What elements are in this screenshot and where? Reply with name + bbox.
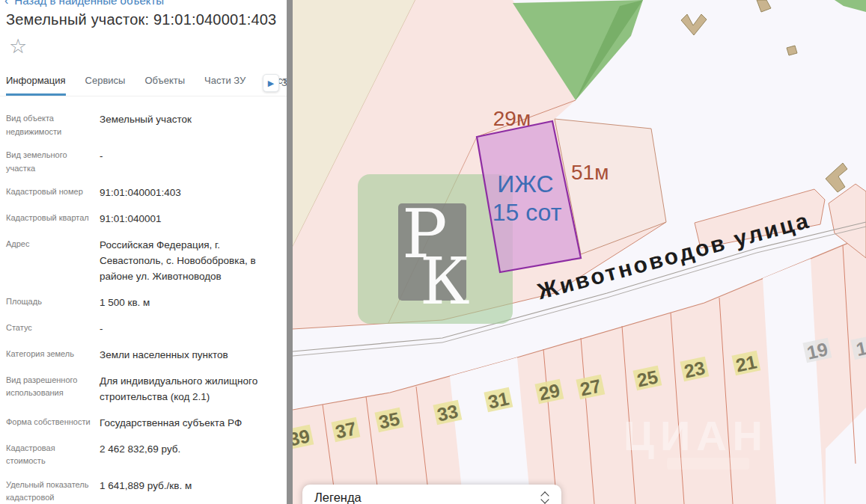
arrow-right-icon: ▶: [268, 79, 274, 88]
map-canvas[interactable]: Р К 29м 51м ИЖС 15 сот Животноводов улиц…: [293, 0, 866, 504]
plot-area-label: 15 сот: [493, 199, 562, 226]
field-label: Вид земельного участка: [6, 149, 100, 175]
field-value: 91:01:040001:403: [100, 185, 277, 201]
attributes-list: Вид объекта недвижимостиЗемельный участо…: [6, 112, 277, 504]
field-value: -: [100, 322, 277, 337]
field-value: Государственная субъекта РФ: [100, 416, 277, 431]
pkk-letter-k: К: [420, 244, 470, 319]
field-value: 91:01:040001: [100, 212, 277, 227]
tab-parts[interactable]: Части ЗУ: [204, 75, 246, 96]
field-value: Земельный участок: [100, 112, 277, 138]
svg-text:37: 37: [333, 417, 358, 442]
vacant-plot: [450, 357, 531, 504]
back-chevron-icon: ‹: [4, 0, 8, 7]
tab-bar: Информация Сервисы Объекты Части ЗУ Сост: [0, 69, 287, 96]
back-link-label: Назад в найденные объекты: [14, 0, 164, 7]
svg-text:35: 35: [376, 408, 401, 432]
field-row: Кадастровая стоимость2 462 832,69 руб.: [6, 442, 277, 468]
field-row: АдресРоссийская Федерация, г. Севастопол…: [6, 238, 277, 285]
info-panel: ‹Назад в найденные объекты Земельный уча…: [0, 0, 287, 504]
plot-length-label: 51м: [571, 161, 609, 184]
legend-bar[interactable]: Легенда: [302, 485, 561, 504]
cadastral-map-svg: Р К 29м 51м ИЖС 15 сот Животноводов улиц…: [293, 0, 866, 504]
svg-text:19: 19: [805, 338, 829, 363]
field-row: Площадь1 500 кв. м: [6, 295, 277, 311]
field-value: Российская Федерация, г. Севастополь, с.…: [100, 238, 277, 285]
favorite-star-icon[interactable]: ☆: [4, 36, 31, 58]
field-row: Кадастровый номер91:01:040001:403: [6, 185, 277, 201]
panel-scrollbar[interactable]: [287, 0, 293, 504]
back-link[interactable]: ‹Назад в найденные объекты: [4, 0, 164, 7]
field-value: 2 462 832,69 руб.: [100, 442, 277, 468]
tab-objects[interactable]: Объекты: [144, 75, 185, 96]
field-value: 1 641,889 руб./кв. м: [100, 479, 277, 504]
field-value: Для индивидуального жилищного строительс…: [100, 374, 277, 405]
field-label: Адрес: [6, 238, 100, 285]
legend-title: Легенда: [314, 491, 540, 504]
field-row: Кадастровый квартал91:01:040001: [6, 212, 277, 227]
field-row: Вид разрешенного использованияДля индиви…: [6, 374, 277, 405]
field-value: -: [100, 149, 277, 175]
field-label: Статус: [6, 322, 100, 337]
field-row: Вид объекта недвижимостиЗемельный участо…: [6, 112, 277, 138]
page-title: Земельный участок: 91:01:040001:403: [6, 11, 276, 28]
field-label: Категория земель: [6, 348, 100, 363]
svg-text:27: 27: [578, 375, 603, 399]
field-label: Вид объекта недвижимости: [6, 112, 100, 138]
field-row: Статус-: [6, 322, 277, 337]
field-label: Форма собственности: [6, 416, 100, 431]
svg-text:21: 21: [734, 351, 758, 375]
plot-width-label: 29м: [493, 107, 531, 130]
field-value: Земли населенных пунктов: [100, 348, 277, 363]
svg-text:29: 29: [537, 379, 561, 404]
field-value: 1 500 кв. м: [100, 295, 277, 311]
field-row: Категория земельЗемли населенных пунктов: [6, 348, 277, 363]
field-label: Удельный показатель кадастровой стоимост…: [6, 479, 100, 504]
tab-overflow-fragment: З: [281, 77, 287, 88]
svg-text:25: 25: [635, 366, 659, 390]
field-row: Удельный показатель кадастровой стоимост…: [6, 479, 277, 504]
svg-text:33: 33: [435, 400, 460, 425]
tab-information[interactable]: Информация: [6, 75, 66, 96]
svg-text:23: 23: [682, 357, 707, 381]
field-label: Кадастровый квартал: [6, 212, 100, 227]
svg-text:ЦИАН: ЦИАН: [623, 412, 769, 459]
field-label: Кадастровая стоимость: [6, 442, 100, 468]
field-label: Вид разрешенного использования: [6, 374, 100, 405]
tabs-scroll-right-button[interactable]: ▶: [263, 74, 279, 92]
field-label: Кадастровый номер: [6, 185, 100, 201]
plot-zone-label: ИЖС: [497, 170, 553, 197]
tab-services[interactable]: Сервисы: [85, 75, 126, 96]
field-label: Площадь: [6, 295, 100, 311]
field-row: Форма собственностиГосударственная субъе…: [6, 416, 277, 431]
field-row: Вид земельного участка-: [6, 149, 277, 175]
legend-collapse-toggle-icon[interactable]: [540, 491, 549, 504]
svg-text:31: 31: [486, 387, 510, 412]
building-square: [787, 46, 797, 55]
